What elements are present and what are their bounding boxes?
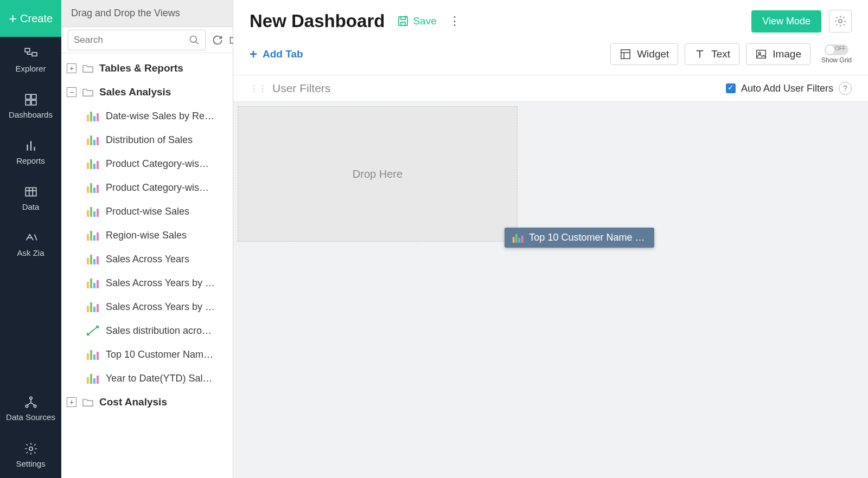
tree-folder[interactable]: +Tables & Reports [61,56,233,80]
more-menu-button[interactable]: ⋮ [449,14,461,28]
svg-rect-51 [97,352,99,360]
tree-item[interactable]: Sales Across Years by … [61,295,233,319]
svg-rect-40 [87,282,89,288]
svg-rect-16 [87,139,89,145]
svg-rect-59 [757,50,766,59]
svg-rect-33 [90,231,92,241]
bar-chart-icon [86,134,99,145]
scatter-chart-icon [86,325,99,336]
views-panel: Drag and Drop the Views +Tables & Report… [61,0,233,478]
nav-settings[interactable]: Settings [0,432,61,478]
panel-header: Drag and Drop the Views [61,0,233,27]
svg-rect-31 [97,209,99,217]
svg-rect-22 [93,164,95,169]
svg-rect-54 [93,378,95,384]
titlebar: New Dashboard Save ⋮ View Mode [233,0,868,39]
nav-data[interactable]: Data [0,175,61,221]
toolbar: + Add Tab Widget Text Image OFF [233,39,868,75]
svg-rect-28 [87,210,89,217]
search-input[interactable] [74,35,189,46]
svg-rect-49 [90,350,92,360]
tree-item[interactable]: Date-wise Sales by Re… [61,104,233,128]
tree-item[interactable]: Sales distribution acro… [61,319,233,343]
item-label: Product-wise Sales [106,206,189,217]
help-button[interactable]: ? [839,82,852,95]
refresh-icon[interactable] [212,35,223,46]
svg-rect-14 [93,116,95,121]
nav-datasources[interactable]: Data Sources [0,385,61,432]
show-grid-toggle[interactable]: OFF [825,44,848,55]
view-mode-button[interactable]: View Mode [751,10,821,33]
dragging-view-chip[interactable]: Top 10 Customer Name b… [505,228,654,248]
svg-rect-25 [90,183,92,193]
image-button[interactable]: Image [746,43,810,65]
nav-explorer[interactable]: Explorer [0,37,61,83]
dashboard-canvas[interactable]: Drop Here Top 10 Customer Name b… [233,102,868,478]
bar-chart-icon [86,182,99,193]
tree-folder[interactable]: +Cost Analysis [61,390,233,414]
expand-toggle[interactable]: + [67,63,76,73]
tree-item[interactable]: Product Category-wis… [61,152,233,176]
grip-icon[interactable]: ⋮⋮ [250,83,267,94]
svg-rect-52 [87,377,89,384]
create-button[interactable]: + Create [0,0,61,37]
svg-rect-61 [513,237,515,243]
grid-toggle-label: Show Grid [821,56,852,64]
nav-label: Data Sources [6,412,55,422]
expand-toggle[interactable]: + [67,397,76,407]
tree-item[interactable]: Product-wise Sales [61,199,233,223]
tree-item[interactable]: Year to Date(YTD) Sal… [61,366,233,390]
bar-chart-icon [86,373,99,384]
svg-rect-20 [87,163,89,169]
tree-item[interactable]: Top 10 Customer Nam… [61,343,233,366]
svg-rect-58 [621,50,630,59]
svg-point-8 [25,405,28,407]
tree-item[interactable]: Sales Across Years [61,247,233,271]
svg-point-10 [29,447,33,451]
add-tab-label: Add Tab [263,48,303,60]
bar-chart-icon [86,206,99,217]
svg-rect-53 [90,374,92,384]
dragging-label: Top 10 Customer Name b… [529,232,647,243]
svg-point-11 [190,36,197,42]
tree-item[interactable]: Region-wise Sales [61,223,233,247]
settings-button[interactable] [829,10,852,33]
search-box[interactable] [68,30,206,50]
auto-filters-checkbox[interactable] [726,83,736,93]
svg-rect-13 [90,112,92,121]
text-button[interactable]: Text [685,43,739,65]
add-tab-button[interactable]: + Add Tab [250,47,303,62]
svg-rect-38 [93,259,95,264]
item-label: Top 10 Customer Nam… [106,349,213,360]
drop-zone[interactable]: Drop Here [238,106,518,242]
toggle-state: OFF [835,46,846,51]
nav-askzia[interactable]: Ask Zia [0,221,61,267]
expand-toggle[interactable]: − [67,87,76,97]
tree-item[interactable]: Sales Across Years by … [61,271,233,295]
settings-icon [24,442,38,456]
svg-rect-17 [90,135,92,145]
svg-rect-36 [87,258,89,264]
nav-dashboards[interactable]: Dashboards [0,83,61,129]
left-nav: + Create Explorer Dashboards Reports Dat… [0,0,61,478]
svg-rect-6 [25,188,36,196]
nav-label: Ask Zia [17,248,44,257]
folder-label: Tables & Reports [99,62,183,74]
svg-point-9 [34,405,36,407]
dashboards-icon [24,93,38,107]
save-button[interactable]: Save [397,15,436,28]
tree-folder[interactable]: −Sales Analysis [61,80,233,104]
nav-label: Explorer [16,64,46,73]
svg-rect-2 [25,94,30,99]
svg-rect-4 [25,100,30,105]
folder-icon [82,397,94,407]
bar-chart-icon [86,254,99,264]
nav-reports[interactable]: Reports [0,129,61,175]
tree-item[interactable]: Product Category-wis… [61,176,233,199]
widget-button[interactable]: Widget [610,43,678,65]
create-label: Create [20,12,53,25]
tree-item[interactable]: Distribution of Sales [61,128,233,152]
svg-rect-23 [97,161,99,169]
bar-chart-icon [86,301,99,312]
bar-chart-icon [86,111,99,121]
